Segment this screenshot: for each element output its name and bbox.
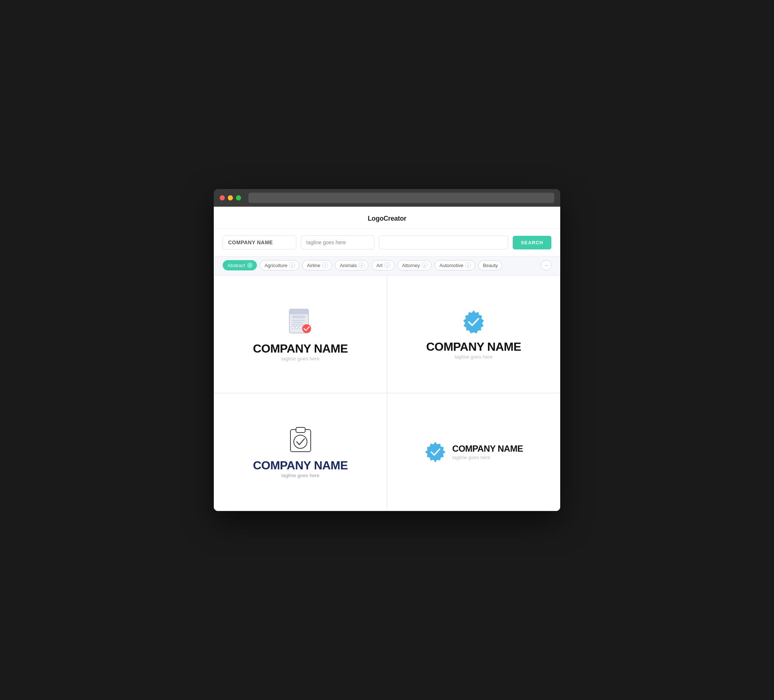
chip-check-art: ✓ — [384, 262, 390, 268]
chip-label-animals: Animals — [340, 262, 357, 268]
category-filter: Abstract ✓ Agriculture ✓ Airline ✓ Anima… — [214, 256, 560, 275]
browser-titlebar — [214, 189, 560, 207]
chip-label-automotive: Automotive — [439, 262, 463, 268]
logo-card-1[interactable]: COMPANY NAME tagline goes here — [214, 275, 387, 393]
app-header: LogoCreator — [214, 207, 560, 229]
category-chip-abstract[interactable]: Abstract ✓ — [223, 260, 257, 271]
category-chip-airline[interactable]: Airline ✓ — [302, 260, 332, 271]
logo-grid: COMPANY NAME tagline goes here COMPANY N… — [214, 275, 560, 511]
svg-rect-4 — [292, 320, 305, 321]
search-bar: SEARCH — [214, 229, 560, 256]
chip-label-abstract: Abstract — [227, 262, 245, 268]
svg-rect-6 — [292, 324, 304, 325]
chip-check-animals: ✓ — [359, 262, 364, 268]
chip-label-attorney: Attorney — [402, 262, 420, 268]
chip-label-beauty: Beauty — [483, 262, 498, 268]
logo-4-company-name: COMPANY NAME — [452, 444, 523, 453]
chip-check-agriculture: ✓ — [289, 262, 295, 268]
category-chip-attorney[interactable]: Attorney ✓ — [397, 260, 432, 271]
browser-content: LogoCreator SEARCH Abstract ✓ Agricultur… — [214, 207, 560, 511]
extra-input[interactable] — [379, 235, 508, 249]
close-button[interactable] — [220, 195, 225, 200]
svg-rect-8 — [296, 327, 298, 329]
logo-card-3[interactable]: COMPANY NAME tagline goes here — [214, 393, 387, 511]
more-categories-button[interactable]: → — [541, 260, 551, 271]
logo-4-tagline: tagline goes here — [452, 455, 523, 460]
chip-check-airline: ✓ — [322, 262, 328, 268]
logo-icon-blue-badge — [461, 309, 486, 335]
svg-point-10 — [302, 324, 311, 333]
svg-point-13 — [294, 435, 307, 448]
chip-label-agriculture: Agriculture — [265, 262, 288, 268]
logo-card-4[interactable]: COMPANY NAME tagline goes here — [387, 393, 560, 511]
category-chip-automotive[interactable]: Automotive ✓ — [435, 260, 475, 271]
minimize-button[interactable] — [228, 195, 233, 200]
chip-label-art: Art — [376, 262, 382, 268]
logo-icon-blue-badge-inline — [424, 441, 447, 463]
svg-rect-9 — [299, 327, 301, 329]
logo-icon-approved-document — [288, 307, 313, 337]
browser-window: LogoCreator SEARCH Abstract ✓ Agricultur… — [214, 189, 560, 511]
logo-4-text-block: COMPANY NAME tagline goes here — [452, 444, 523, 460]
logo-4-inline-layout: COMPANY NAME tagline goes here — [424, 441, 523, 463]
chip-check-abstract: ✓ — [247, 262, 253, 268]
chip-label-airline: Airline — [307, 262, 320, 268]
svg-rect-3 — [292, 315, 305, 318]
company-name-input[interactable] — [223, 235, 296, 249]
logo-2-company-name: COMPANY NAME — [426, 341, 521, 353]
chip-check-attorney: ✓ — [422, 262, 428, 268]
svg-rect-2 — [289, 312, 309, 314]
maximize-button[interactable] — [236, 195, 241, 200]
category-chip-art[interactable]: Art ✓ — [372, 260, 394, 271]
app-title: LogoCreator — [368, 215, 407, 222]
category-chip-animals[interactable]: Animals ✓ — [335, 260, 369, 271]
svg-rect-12 — [296, 428, 305, 433]
logo-1-company-name: COMPANY NAME — [253, 343, 348, 355]
tagline-input[interactable] — [301, 235, 374, 249]
category-chip-agriculture[interactable]: Agriculture ✓ — [260, 260, 299, 271]
address-bar — [248, 193, 554, 203]
chip-check-automotive: ✓ — [465, 262, 471, 268]
logo-icon-clipboard — [289, 426, 313, 454]
logo-card-2[interactable]: COMPANY NAME tagline goes here — [387, 275, 560, 393]
svg-rect-5 — [292, 322, 303, 323]
logo-3-company-name: COMPANY NAME — [253, 459, 348, 471]
logo-3-tagline: tagline goes here — [281, 473, 319, 478]
logo-1-tagline: tagline goes here — [281, 356, 319, 362]
category-chip-beauty[interactable]: Beauty — [478, 261, 502, 271]
logo-2-tagline: tagline goes here — [455, 354, 493, 360]
svg-rect-7 — [292, 327, 294, 329]
search-button[interactable]: SEARCH — [513, 236, 551, 249]
